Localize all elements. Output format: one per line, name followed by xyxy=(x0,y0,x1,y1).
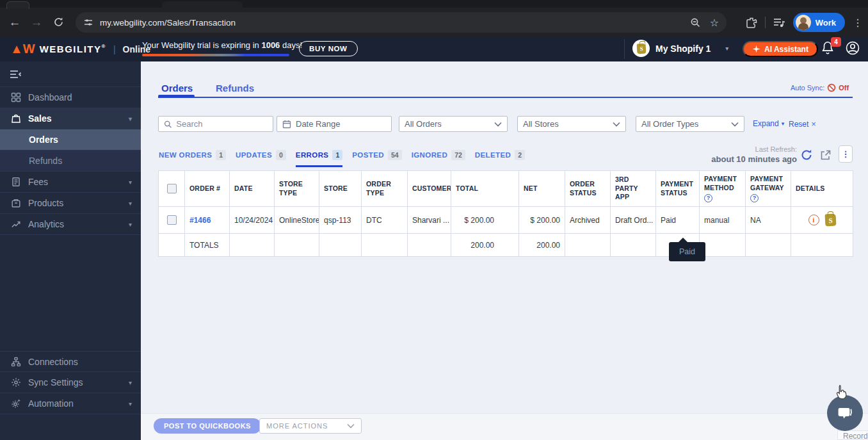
refresh-button[interactable] xyxy=(800,149,813,161)
status-tab-label: POSTED xyxy=(352,151,384,159)
sidebar-item-analytics[interactable]: Analytics ▾ xyxy=(0,214,141,235)
col-payment-gateway[interactable]: PAYMENT GATEWAY? xyxy=(746,171,791,207)
date-range-picker[interactable]: Date Range xyxy=(277,116,392,132)
sidebar-item-automation[interactable]: Automation ▾ xyxy=(0,393,141,414)
connections-icon xyxy=(11,357,21,367)
col-store[interactable]: STORE xyxy=(319,171,362,207)
sidebar-item-sync-settings[interactable]: Sync Settings ▾ xyxy=(0,372,141,393)
sidebar-item-dashboard[interactable]: Dashboard xyxy=(0,87,141,108)
status-tab-updates[interactable]: UPDATES 0 xyxy=(236,150,286,165)
webgility-logo[interactable]: ▲W WEBGILITY® | Online xyxy=(10,37,150,61)
help-icon[interactable]: ? xyxy=(750,194,759,202)
products-caret-icon[interactable]: ▾ xyxy=(129,200,132,207)
url-text[interactable]: my.webgility.com/Sales/Transaction xyxy=(100,18,690,28)
store-caret-icon[interactable]: ▾ xyxy=(725,45,728,52)
media-queue-icon[interactable] xyxy=(773,17,785,28)
status-tab-ignored[interactable]: IGNORED 72 xyxy=(412,150,465,165)
notifications-bell[interactable]: 4 xyxy=(821,40,837,57)
automation-gear-icon xyxy=(11,398,21,409)
totals-net: 200.00 xyxy=(519,234,565,257)
col-order-type[interactable]: ORDER TYPE xyxy=(362,171,408,207)
account-menu[interactable] xyxy=(845,40,860,56)
expand-filters-link[interactable]: Expand ▾ xyxy=(753,119,784,128)
forward-icon[interactable]: → xyxy=(26,12,47,33)
col-total[interactable]: TOTAL xyxy=(451,171,519,207)
select-all-checkbox[interactable] xyxy=(167,184,177,193)
sidebar-item-sales[interactable]: Sales ▾ xyxy=(0,108,141,129)
tab-refunds[interactable]: Refunds xyxy=(216,83,254,94)
shopify-icon[interactable]: S xyxy=(824,214,836,227)
search-input[interactable] xyxy=(176,119,268,129)
status-tab-new-orders[interactable]: NEW ORDERS 1 xyxy=(159,150,226,165)
auto-sync-toggle[interactable]: Auto Sync: Off xyxy=(791,83,849,92)
error-info-icon[interactable]: i xyxy=(808,215,819,225)
col-payment-status[interactable]: PAYMENT STATUS xyxy=(656,171,700,207)
order-number-link[interactable]: #1466 xyxy=(189,216,211,225)
cell-order-type: DTC xyxy=(362,207,408,234)
order-types-filter-select[interactable]: All Order Types xyxy=(636,116,744,132)
reload-icon[interactable] xyxy=(47,12,69,33)
sidebar-item-refunds[interactable]: Refunds xyxy=(0,151,141,172)
sidebar-item-orders[interactable]: Orders xyxy=(0,129,141,151)
sales-caret-icon[interactable]: ▾ xyxy=(129,115,132,122)
tab-orders[interactable]: Orders xyxy=(161,83,193,94)
zoom-icon[interactable] xyxy=(690,17,701,28)
bookmark-star-icon[interactable]: ☆ xyxy=(710,17,719,29)
col-payment-method[interactable]: PAYMENT METHOD? xyxy=(700,171,746,207)
buy-now-button[interactable]: BUY NOW xyxy=(299,41,358,56)
analytics-icon xyxy=(11,219,21,229)
col-store-type[interactable]: STORE TYPE xyxy=(275,171,319,207)
sidebar: Dashboard Sales ▾ Orders Refunds Fees ▾ … xyxy=(0,61,141,440)
cell-order-status: Archived xyxy=(565,207,611,234)
cell-details: i S xyxy=(791,207,853,234)
calendar-icon xyxy=(282,120,291,129)
url-bar[interactable]: my.webgility.com/Sales/Transaction ☆ xyxy=(76,12,727,33)
col-order-status[interactable]: ORDER STATUS xyxy=(565,171,611,207)
table-row[interactable]: #1466 10/24/2024 OnlineStore qsp-113 DTC… xyxy=(159,207,853,234)
col-net[interactable]: NET xyxy=(519,171,565,207)
last-refresh-label: Last Refresh: xyxy=(691,145,797,154)
table-menu-button[interactable]: ⋮ xyxy=(839,145,853,163)
automation-caret-icon[interactable]: ▾ xyxy=(129,400,132,407)
browser-menu-icon[interactable]: ⋮ xyxy=(853,17,863,29)
sidebar-item-label: Connections xyxy=(28,357,78,367)
browser-active-tab[interactable] xyxy=(162,1,243,8)
stores-filter-select[interactable]: All Stores xyxy=(517,116,626,132)
status-tab-posted[interactable]: POSTED 54 xyxy=(352,150,401,165)
more-actions-select[interactable]: MORE ACTIONS xyxy=(259,418,362,434)
status-tab-deleted[interactable]: DELETED 2 xyxy=(475,150,525,165)
site-info-icon[interactable] xyxy=(83,17,93,28)
sync-settings-caret-icon[interactable]: ▾ xyxy=(129,379,132,386)
last-refresh: Last Refresh: about 10 minutes ago xyxy=(691,145,797,165)
sidebar-collapse-button[interactable] xyxy=(0,61,141,87)
browser-profile-pill[interactable]: Work xyxy=(793,13,845,32)
analytics-caret-icon[interactable]: ▾ xyxy=(129,221,132,228)
auto-sync-status: Off xyxy=(839,84,849,92)
col-details[interactable]: DETAILS xyxy=(791,171,853,207)
col-3rd-party-app[interactable]: 3RD PARTY APP xyxy=(611,171,656,207)
orders-filter-select[interactable]: All Orders xyxy=(399,116,508,132)
avatar xyxy=(796,15,811,30)
sidebar-item-label: Automation xyxy=(28,398,74,409)
help-icon[interactable]: ? xyxy=(704,194,712,202)
sidebar-item-fees[interactable]: Fees ▾ xyxy=(0,172,141,193)
search-box[interactable] xyxy=(158,116,273,132)
col-date[interactable]: DATE xyxy=(230,171,275,207)
status-tab-count: 0 xyxy=(276,150,286,160)
extensions-icon[interactable] xyxy=(746,17,757,28)
export-button[interactable] xyxy=(819,149,832,161)
store-selector[interactable]: S My Shopify 1 ▾ xyxy=(632,40,728,57)
dashboard-icon xyxy=(11,92,21,102)
fees-caret-icon[interactable]: ▾ xyxy=(129,179,132,186)
col-order-number[interactable]: ORDER # xyxy=(185,171,230,207)
sidebar-item-products[interactable]: Products ▾ xyxy=(0,193,141,214)
sidebar-item-connections[interactable]: Connections xyxy=(0,351,141,372)
post-to-quickbooks-button[interactable]: POST TO QUICKBOOKS xyxy=(154,418,261,434)
status-tab-errors[interactable]: ERRORS 1 xyxy=(296,150,342,167)
ai-assistant-button[interactable]: AI Assistant xyxy=(743,41,818,57)
col-customer[interactable]: CUSTOMER xyxy=(408,171,451,207)
row-checkbox[interactable] xyxy=(167,215,177,225)
cell-payment-status[interactable]: Paid xyxy=(656,207,700,234)
back-icon[interactable]: ← xyxy=(4,12,26,33)
reset-filters-link[interactable]: Reset × xyxy=(789,119,816,129)
